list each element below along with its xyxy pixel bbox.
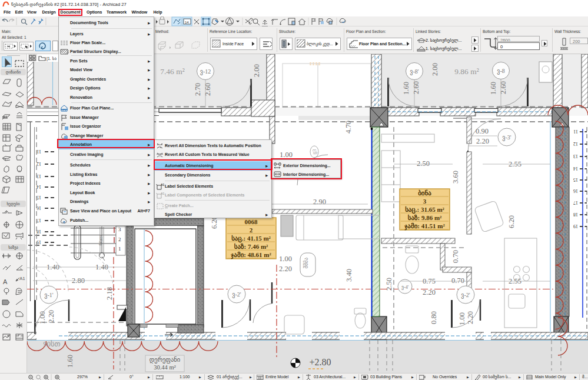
svg-text:ჯამი: 48.61 m²: ჯამი: 48.61 m² <box>230 251 271 259</box>
svg-text:[1. სა: [1. სა <box>46 56 57 61</box>
svg-text:საც.: 41.15 m²: საც.: 41.15 m² <box>231 235 271 243</box>
svg-text:საზ: 9.86 m²: საზ: 9.86 m² <box>408 214 442 221</box>
svg-text:3: 3 <box>118 226 121 232</box>
svg-text:11: 11 <box>573 129 578 134</box>
svg-text:4.70: 4.70 <box>344 121 353 134</box>
svg-text:13: 13 <box>573 154 578 159</box>
svg-text:დერეფანი: დერეფანი <box>150 356 181 364</box>
svg-text:ვ-8: ვ-8 <box>497 68 504 75</box>
svg-text:2.20: 2.20 <box>47 310 55 323</box>
svg-text:ბინა: ბინა <box>418 189 431 196</box>
svg-text:1.00: 1.00 <box>38 311 46 324</box>
svg-text:ვ-8': ვ-8' <box>410 68 418 75</box>
svg-text:+2.80: +2.80 <box>309 357 331 367</box>
svg-text:30.44 m²: 30.44 m² <box>154 364 176 371</box>
svg-text:17: 17 <box>573 200 578 205</box>
svg-text:2.50: 2.50 <box>417 159 430 168</box>
svg-text:1.00: 1.00 <box>458 312 466 325</box>
svg-text:ვ-1': ვ-1' <box>44 292 53 299</box>
svg-text:2.50: 2.50 <box>385 278 393 291</box>
svg-text:საზ: 7.46 m²: საზ: 7.46 m² <box>234 243 268 250</box>
svg-text:2.18: 2.18 <box>105 287 114 300</box>
svg-text:17: 17 <box>36 218 41 223</box>
svg-text:16: 16 <box>36 205 41 211</box>
svg-text:14: 14 <box>36 184 41 189</box>
svg-text:0.80: 0.80 <box>430 311 438 324</box>
svg-text:ვ-2': ვ-2' <box>461 292 470 299</box>
svg-text:A1: A1 <box>19 276 25 281</box>
svg-text:ვ-2': ვ-2' <box>232 291 241 298</box>
svg-text:ჯამი: 41.51 m²: ჯამი: 41.51 m² <box>404 222 445 231</box>
svg-text:19: 19 <box>573 224 578 229</box>
svg-text:0.90: 0.90 <box>476 127 489 135</box>
svg-text:2.20: 2.20 <box>279 265 292 273</box>
svg-text:ვ-4': ვ-4' <box>401 285 409 290</box>
svg-text:2.90: 2.90 <box>313 198 326 206</box>
svg-text:2.60: 2.60 <box>499 81 507 94</box>
svg-text:2.00: 2.00 <box>431 63 439 76</box>
svg-text:11: 11 <box>36 149 41 154</box>
svg-text:90სთ: 90სთ <box>43 340 60 348</box>
svg-text:1.00: 1.00 <box>279 255 292 263</box>
svg-text:2.60: 2.60 <box>412 81 420 94</box>
svg-text:A1: A1 <box>161 183 165 186</box>
svg-text:15: 15 <box>36 195 41 200</box>
svg-text:საც.: 31.65 m²: საც.: 31.65 m² <box>405 206 444 214</box>
svg-text:12: 12 <box>36 161 41 166</box>
svg-text:1.60: 1.60 <box>489 82 497 95</box>
svg-text:1.60: 1.60 <box>402 82 410 95</box>
svg-text:1.00: 1.00 <box>280 151 293 159</box>
svg-text:1: 1 <box>118 246 121 252</box>
svg-text:2.20: 2.20 <box>476 137 489 145</box>
svg-text:13: 13 <box>36 174 41 179</box>
svg-text:9.86 m²: 9.86 m² <box>454 67 479 76</box>
svg-text:12: 12 <box>573 141 578 146</box>
svg-text:2.00: 2.00 <box>253 64 261 77</box>
svg-text:2.20: 2.20 <box>466 311 474 324</box>
svg-text:ვ-12: ვ-12 <box>200 68 211 75</box>
svg-text:2: 2 <box>250 226 253 234</box>
svg-text:18: 18 <box>573 212 578 217</box>
svg-text:2.70: 2.70 <box>194 83 202 96</box>
svg-text:3.40: 3.40 <box>345 269 353 282</box>
svg-text:7.46 m²: 7.46 m² <box>160 67 185 76</box>
svg-text:3.60: 3.60 <box>451 171 460 184</box>
svg-text:A: A <box>3 278 8 285</box>
svg-text:1.60: 1.60 <box>66 355 74 368</box>
svg-text:3: 3 <box>423 198 427 205</box>
svg-text:0.70: 0.70 <box>451 276 464 285</box>
svg-text:A1: A1 <box>161 192 165 195</box>
svg-text:16: 16 <box>573 188 578 194</box>
svg-text:6.20: 6.20 <box>507 215 516 228</box>
svg-text:18: 18 <box>36 229 41 234</box>
svg-text:შშმა: შშმა <box>303 257 309 268</box>
svg-text:2.60: 2.60 <box>204 83 212 96</box>
svg-text:14: 14 <box>185 21 189 24</box>
svg-text:ც3: ც3 <box>312 149 317 155</box>
svg-text:14: 14 <box>573 166 578 171</box>
svg-text:ჩასვლა: ჩასვლა <box>99 234 102 245</box>
svg-text:19: 19 <box>36 239 41 245</box>
svg-text:2: 2 <box>118 236 121 242</box>
svg-text:2.20: 2.20 <box>423 288 436 296</box>
svg-text:15: 15 <box>573 177 578 182</box>
svg-text:0.70: 0.70 <box>451 250 460 263</box>
svg-text:ვ-3': ვ-3' <box>502 134 511 141</box>
